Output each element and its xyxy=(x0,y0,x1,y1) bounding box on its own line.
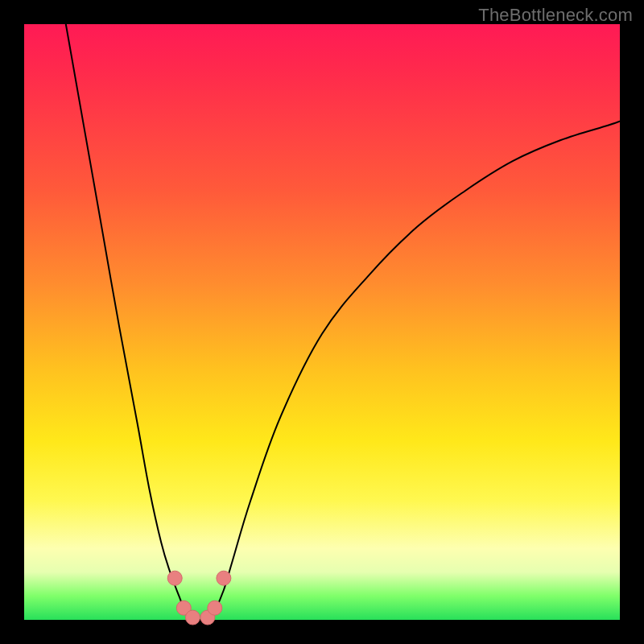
plot-area xyxy=(24,24,620,620)
curve-left-branch xyxy=(66,24,191,620)
marker-point xyxy=(185,610,200,625)
curves-svg xyxy=(24,24,620,620)
outer-frame: TheBottleneck.com xyxy=(0,0,644,644)
marker-point xyxy=(217,571,231,585)
marker-point xyxy=(167,571,182,585)
curve-group xyxy=(66,24,620,620)
curve-right-branch xyxy=(208,122,620,620)
marker-point xyxy=(208,601,222,615)
watermark-text: TheBottleneck.com xyxy=(478,5,633,26)
